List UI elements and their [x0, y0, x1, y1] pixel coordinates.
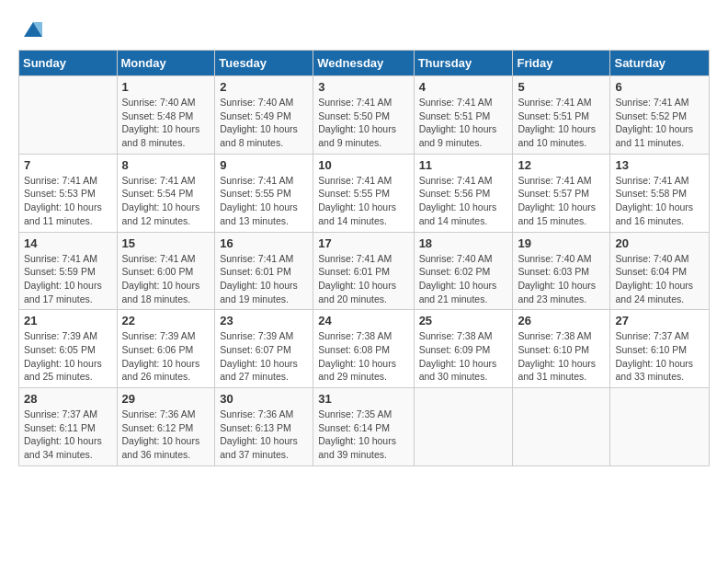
- day-detail: Sunrise: 7:41 AM Sunset: 6:01 PM Dayligh…: [220, 252, 308, 306]
- day-number: 29: [122, 392, 210, 406]
- calendar-week-4: 21Sunrise: 7:39 AM Sunset: 6:05 PM Dayli…: [19, 310, 710, 388]
- calendar-cell: 21Sunrise: 7:39 AM Sunset: 6:05 PM Dayli…: [19, 310, 118, 388]
- day-number: 6: [615, 80, 704, 94]
- day-number: 18: [419, 236, 508, 250]
- calendar-cell: 4Sunrise: 7:41 AM Sunset: 5:51 PM Daylig…: [414, 76, 513, 155]
- day-detail: Sunrise: 7:41 AM Sunset: 5:59 PM Dayligh…: [24, 252, 112, 306]
- calendar-cell: 26Sunrise: 7:38 AM Sunset: 6:10 PM Dayli…: [513, 310, 610, 388]
- day-detail: Sunrise: 7:41 AM Sunset: 5:55 PM Dayligh…: [318, 174, 408, 228]
- day-header-monday: Monday: [117, 51, 215, 76]
- day-header-saturday: Saturday: [610, 51, 710, 76]
- day-detail: Sunrise: 7:35 AM Sunset: 6:14 PM Dayligh…: [318, 408, 408, 462]
- day-number: 21: [24, 314, 112, 327]
- day-detail: Sunrise: 7:39 AM Sunset: 6:05 PM Dayligh…: [24, 329, 112, 384]
- day-number: 24: [318, 314, 408, 327]
- day-number: 31: [318, 392, 408, 406]
- day-number: 4: [419, 80, 508, 94]
- day-number: 9: [220, 158, 308, 172]
- calendar-cell: 6Sunrise: 7:41 AM Sunset: 5:52 PM Daylig…: [610, 76, 710, 155]
- calendar-cell: [19, 76, 118, 155]
- calendar-cell: 13Sunrise: 7:41 AM Sunset: 5:58 PM Dayli…: [610, 154, 710, 232]
- calendar-cell: 30Sunrise: 7:36 AM Sunset: 6:13 PM Dayli…: [215, 388, 313, 466]
- day-number: 17: [318, 236, 408, 250]
- day-detail: Sunrise: 7:37 AM Sunset: 6:11 PM Dayligh…: [24, 408, 112, 462]
- day-number: 20: [615, 236, 704, 250]
- day-header-wednesday: Wednesday: [313, 51, 414, 76]
- calendar-cell: 5Sunrise: 7:41 AM Sunset: 5:51 PM Daylig…: [513, 76, 610, 155]
- calendar-week-5: 28Sunrise: 7:37 AM Sunset: 6:11 PM Dayli…: [19, 388, 710, 466]
- day-number: 13: [615, 158, 704, 172]
- day-number: 3: [318, 80, 408, 94]
- calendar-cell: 3Sunrise: 7:41 AM Sunset: 5:50 PM Daylig…: [313, 76, 414, 155]
- calendar-cell: 18Sunrise: 7:40 AM Sunset: 6:02 PM Dayli…: [414, 232, 513, 310]
- calendar-cell: 24Sunrise: 7:38 AM Sunset: 6:08 PM Dayli…: [313, 310, 414, 388]
- calendar-cell: 17Sunrise: 7:41 AM Sunset: 6:01 PM Dayli…: [313, 232, 414, 310]
- calendar-week-2: 7Sunrise: 7:41 AM Sunset: 5:53 PM Daylig…: [19, 154, 710, 232]
- day-detail: Sunrise: 7:40 AM Sunset: 6:02 PM Dayligh…: [419, 252, 508, 306]
- day-number: 27: [615, 314, 704, 327]
- day-number: 2: [220, 80, 308, 94]
- day-detail: Sunrise: 7:39 AM Sunset: 6:07 PM Dayligh…: [220, 329, 308, 384]
- day-number: 14: [24, 236, 112, 250]
- day-header-sunday: Sunday: [19, 51, 118, 76]
- calendar-cell: 8Sunrise: 7:41 AM Sunset: 5:54 PM Daylig…: [117, 154, 215, 232]
- calendar-cell: 28Sunrise: 7:37 AM Sunset: 6:11 PM Dayli…: [19, 388, 118, 466]
- calendar-cell: 31Sunrise: 7:35 AM Sunset: 6:14 PM Dayli…: [313, 388, 414, 466]
- calendar-week-1: 1Sunrise: 7:40 AM Sunset: 5:48 PM Daylig…: [19, 76, 710, 155]
- calendar-cell: 27Sunrise: 7:37 AM Sunset: 6:10 PM Dayli…: [610, 310, 710, 388]
- day-number: 15: [122, 236, 210, 250]
- calendar-cell: 2Sunrise: 7:40 AM Sunset: 5:49 PM Daylig…: [215, 76, 313, 155]
- calendar-cell: 1Sunrise: 7:40 AM Sunset: 5:48 PM Daylig…: [117, 76, 215, 155]
- day-detail: Sunrise: 7:40 AM Sunset: 5:48 PM Dayligh…: [122, 96, 210, 150]
- day-detail: Sunrise: 7:41 AM Sunset: 5:56 PM Dayligh…: [419, 174, 508, 228]
- calendar-cell: 19Sunrise: 7:40 AM Sunset: 6:03 PM Dayli…: [513, 232, 610, 310]
- calendar-cell: 14Sunrise: 7:41 AM Sunset: 5:59 PM Dayli…: [19, 232, 118, 310]
- calendar-cell: 25Sunrise: 7:38 AM Sunset: 6:09 PM Dayli…: [414, 310, 513, 388]
- day-number: 7: [24, 158, 112, 172]
- day-number: 8: [122, 158, 210, 172]
- day-detail: Sunrise: 7:36 AM Sunset: 6:13 PM Dayligh…: [220, 408, 308, 462]
- day-detail: Sunrise: 7:41 AM Sunset: 5:50 PM Dayligh…: [318, 96, 408, 150]
- calendar-cell: 29Sunrise: 7:36 AM Sunset: 6:12 PM Dayli…: [117, 388, 215, 466]
- day-detail: Sunrise: 7:40 AM Sunset: 6:03 PM Dayligh…: [518, 252, 605, 306]
- day-header-thursday: Thursday: [414, 51, 513, 76]
- logo-icon: [20, 18, 42, 40]
- calendar-cell: 10Sunrise: 7:41 AM Sunset: 5:55 PM Dayli…: [313, 154, 414, 232]
- calendar-table: SundayMondayTuesdayWednesdayThursdayFrid…: [18, 50, 710, 466]
- calendar-cell: 15Sunrise: 7:41 AM Sunset: 6:00 PM Dayli…: [117, 232, 215, 310]
- day-number: 10: [318, 158, 408, 172]
- calendar-body: 1Sunrise: 7:40 AM Sunset: 5:48 PM Daylig…: [19, 76, 710, 466]
- day-detail: Sunrise: 7:36 AM Sunset: 6:12 PM Dayligh…: [122, 408, 210, 462]
- calendar-cell: [414, 388, 513, 466]
- day-detail: Sunrise: 7:39 AM Sunset: 6:06 PM Dayligh…: [122, 329, 210, 384]
- day-detail: Sunrise: 7:41 AM Sunset: 5:51 PM Dayligh…: [518, 96, 605, 150]
- calendar-cell: 12Sunrise: 7:41 AM Sunset: 5:57 PM Dayli…: [513, 154, 610, 232]
- day-number: 19: [518, 236, 605, 250]
- day-detail: Sunrise: 7:38 AM Sunset: 6:10 PM Dayligh…: [518, 329, 605, 384]
- day-detail: Sunrise: 7:41 AM Sunset: 6:01 PM Dayligh…: [318, 252, 408, 306]
- day-number: 12: [518, 158, 605, 172]
- calendar-cell: 7Sunrise: 7:41 AM Sunset: 5:53 PM Daylig…: [19, 154, 118, 232]
- day-number: 30: [220, 392, 308, 406]
- day-detail: Sunrise: 7:41 AM Sunset: 5:54 PM Dayligh…: [122, 174, 210, 228]
- day-detail: Sunrise: 7:38 AM Sunset: 6:09 PM Dayligh…: [419, 329, 508, 384]
- calendar-cell: 16Sunrise: 7:41 AM Sunset: 6:01 PM Dayli…: [215, 232, 313, 310]
- calendar-cell: 23Sunrise: 7:39 AM Sunset: 6:07 PM Dayli…: [215, 310, 313, 388]
- day-detail: Sunrise: 7:37 AM Sunset: 6:10 PM Dayligh…: [615, 329, 704, 384]
- day-detail: Sunrise: 7:41 AM Sunset: 5:51 PM Dayligh…: [419, 96, 508, 150]
- day-detail: Sunrise: 7:41 AM Sunset: 5:55 PM Dayligh…: [220, 174, 308, 228]
- day-number: 16: [220, 236, 308, 250]
- day-detail: Sunrise: 7:40 AM Sunset: 5:49 PM Dayligh…: [220, 96, 308, 150]
- day-detail: Sunrise: 7:41 AM Sunset: 5:58 PM Dayligh…: [615, 174, 704, 228]
- page-header: [18, 18, 710, 40]
- calendar-cell: 20Sunrise: 7:40 AM Sunset: 6:04 PM Dayli…: [610, 232, 710, 310]
- day-number: 1: [122, 80, 210, 94]
- day-detail: Sunrise: 7:41 AM Sunset: 5:53 PM Dayligh…: [24, 174, 112, 228]
- day-detail: Sunrise: 7:40 AM Sunset: 6:04 PM Dayligh…: [615, 252, 704, 306]
- day-number: 23: [220, 314, 308, 327]
- day-number: 25: [419, 314, 508, 327]
- calendar-week-3: 14Sunrise: 7:41 AM Sunset: 5:59 PM Dayli…: [19, 232, 710, 310]
- calendar-cell: [610, 388, 710, 466]
- calendar-cell: 11Sunrise: 7:41 AM Sunset: 5:56 PM Dayli…: [414, 154, 513, 232]
- day-number: 26: [518, 314, 605, 327]
